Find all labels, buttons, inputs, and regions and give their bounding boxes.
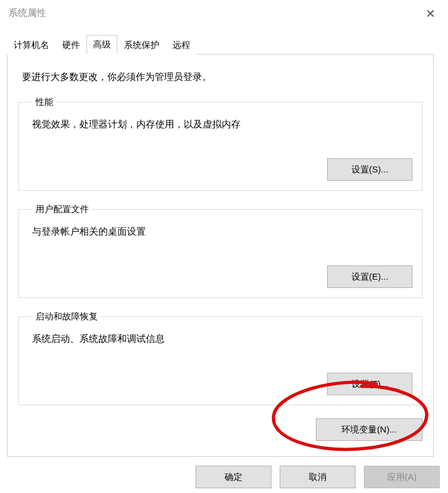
performance-desc: 视觉效果，处理器计划，内存使用，以及虚拟内存 [32, 119, 412, 131]
ok-button[interactable]: 确定 [196, 466, 271, 488]
tab-computer-name[interactable]: 计算机名 [7, 36, 56, 55]
startup-recovery-settings-button[interactable]: 设置(T)... [327, 373, 412, 395]
admin-note: 要进行大多数更改，你必须作为管理员登录。 [22, 71, 423, 84]
tab-remote[interactable]: 远程 [166, 36, 197, 55]
environment-variables-button[interactable]: 环境变量(N)... [316, 418, 423, 441]
group-user-profiles: 用户配置文件 与登录帐户相关的桌面设置 设置(E)... [18, 204, 423, 298]
dialog-title: 系统属性 [8, 7, 46, 20]
tab-advanced[interactable]: 高级 [87, 35, 117, 55]
apply-button[interactable]: 应用(A) [364, 466, 440, 488]
group-performance-legend: 性能 [32, 97, 57, 108]
dialog-footer: 确定 取消 应用(A) [0, 457, 448, 493]
cancel-button[interactable]: 取消 [280, 466, 356, 488]
titlebar: 系统属性 ✕ [0, 0, 448, 27]
group-performance: 性能 视觉效果，处理器计划，内存使用，以及虚拟内存 设置(S)... [18, 97, 423, 191]
system-properties-dialog: 系统属性 ✕ 计算机名 硬件 高级 系统保护 远程 要进行大多数更改，你必须作为… [0, 0, 448, 493]
startup-recovery-desc: 系统启动、系统故障和调试信息 [32, 333, 412, 345]
close-icon: ✕ [425, 7, 436, 21]
group-user-profiles-legend: 用户配置文件 [32, 204, 92, 215]
performance-settings-button[interactable]: 设置(S)... [327, 158, 412, 181]
tab-system-protection[interactable]: 系统保护 [117, 36, 166, 55]
tab-strip: 计算机名 硬件 高级 系统保护 远程 [7, 33, 434, 55]
group-startup-recovery: 启动和故障恢复 系统启动、系统故障和调试信息 设置(T)... [18, 311, 423, 405]
user-profiles-desc: 与登录帐户相关的桌面设置 [32, 226, 412, 238]
tab-panel-advanced: 要进行大多数更改，你必须作为管理员登录。 性能 视觉效果，处理器计划，内存使用，… [7, 55, 434, 457]
close-button[interactable]: ✕ [412, 0, 448, 27]
user-profiles-settings-button[interactable]: 设置(E)... [327, 265, 412, 288]
dialog-content: 计算机名 硬件 高级 系统保护 远程 要进行大多数更改，你必须作为管理员登录。 … [0, 27, 448, 493]
group-startup-recovery-legend: 启动和故障恢复 [32, 311, 101, 322]
tab-hardware[interactable]: 硬件 [56, 36, 87, 55]
